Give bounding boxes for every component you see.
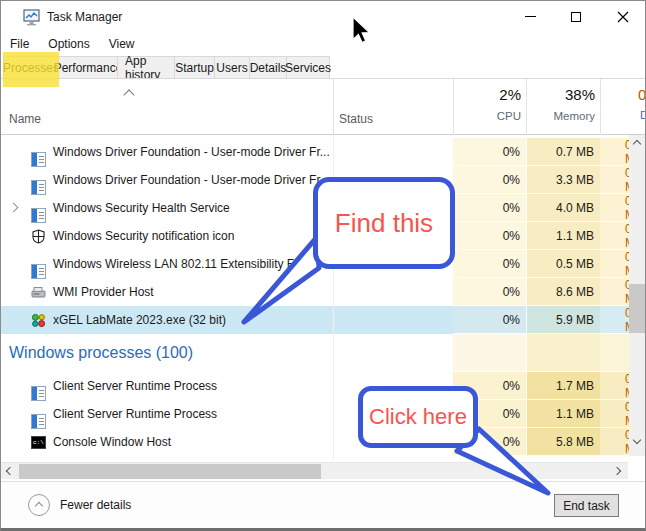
- console-icon: c:\: [31, 435, 46, 450]
- disk-total-pct-partial: 0: [638, 86, 646, 103]
- process-name: Windows Security notification icon: [53, 229, 234, 243]
- process-row[interactable]: Windows Security Health Service0%4.0 MB0…: [1, 194, 646, 222]
- minimize-icon: [525, 16, 536, 17]
- vertical-scrollbar[interactable]: [629, 135, 646, 456]
- yellow-highlight-marker: [3, 52, 59, 87]
- process-row[interactable]: Client Server Runtime Process0%1.7 MB0 M: [1, 372, 646, 400]
- tab-strip: ProcessesPerformanceApp historyStartupUs…: [1, 55, 645, 79]
- task-manager-window: Task Manager FileOptionsView ProcessesPe…: [0, 0, 646, 531]
- memory-value: 0.5 MB: [526, 250, 600, 278]
- horizontal-scrollbar-thumb[interactable]: [19, 464, 321, 479]
- cpu-value: 0%: [453, 166, 526, 194]
- process-row[interactable]: c:\Console Window Host0%5.8 MB0 M: [1, 428, 646, 456]
- memory-value: 1.1 MB: [526, 400, 600, 428]
- document-icon: [31, 152, 46, 167]
- document-icon: [31, 264, 46, 279]
- maximize-button[interactable]: [553, 1, 599, 32]
- tab-performance[interactable]: Performance: [58, 56, 118, 79]
- process-name: xGEL LabMate 2023.exe (32 bit): [53, 313, 226, 327]
- cpu-value: 0%: [453, 194, 526, 222]
- process-name: Windows Driver Foundation - User-mode Dr…: [53, 173, 330, 187]
- cpu-value: 0%: [453, 306, 526, 334]
- cpu-value: 0%: [453, 400, 526, 428]
- menu-bar: FileOptionsView: [1, 33, 645, 55]
- cpu-value: 0%: [453, 428, 526, 456]
- scroll-left-icon[interactable]: [6, 467, 14, 475]
- close-button[interactable]: [600, 1, 646, 32]
- scroll-up-icon[interactable]: [633, 140, 641, 148]
- cpu-value: 0%: [453, 372, 526, 400]
- window-title: Task Manager: [47, 10, 122, 24]
- cpu-value: 0%: [453, 250, 526, 278]
- column-header-disk-partial: D: [640, 109, 646, 121]
- fewer-details-label[interactable]: Fewer details: [60, 498, 131, 512]
- name-status-divider: [333, 135, 334, 459]
- group-header-windows-processes[interactable]: Windows processes (100): [1, 334, 646, 372]
- printer-icon: [31, 285, 46, 300]
- chevron-up-icon: [34, 502, 42, 510]
- memory-value: 5.8 MB: [526, 428, 600, 456]
- process-name: Client Server Runtime Process: [53, 407, 217, 421]
- memory-value: 0.7 MB: [526, 138, 600, 166]
- menu-item-view[interactable]: View: [109, 37, 135, 51]
- tab-users[interactable]: Users: [214, 56, 250, 79]
- memory-value: 3.3 MB: [526, 166, 600, 194]
- process-row[interactable]: WMI Provider Host0%8.6 MB0 M: [1, 278, 646, 306]
- column-header-row: Name Status 2% CPU 38% Memory: [1, 79, 645, 135]
- vertical-scrollbar-thumb[interactable]: [629, 284, 646, 333]
- tab-details[interactable]: Details: [249, 56, 287, 79]
- horizontal-scrollbar[interactable]: [1, 462, 628, 479]
- end-task-button[interactable]: End task: [554, 494, 619, 517]
- close-icon: [617, 11, 629, 23]
- document-icon: [31, 386, 46, 401]
- sort-ascending-icon: [123, 89, 134, 100]
- tab-app-history[interactable]: App history: [117, 56, 175, 79]
- document-icon: [31, 208, 46, 223]
- process-row[interactable]: Client Server Runtime Process0%1.1 MB0 M: [1, 400, 646, 428]
- menu-item-file[interactable]: File: [10, 37, 29, 51]
- memory-value: 1.1 MB: [526, 222, 600, 250]
- process-name: WMI Provider Host: [53, 285, 154, 299]
- document-icon: [31, 180, 46, 195]
- title-bar: Task Manager: [1, 1, 645, 33]
- process-row-selected[interactable]: xGEL LabMate 2023.exe (32 bit)0%5.9 MB0 …: [1, 306, 646, 334]
- scroll-right-icon[interactable]: [613, 467, 621, 475]
- process-row[interactable]: Windows Driver Foundation - User-mode Dr…: [1, 166, 646, 194]
- column-header-status[interactable]: Status: [339, 112, 373, 126]
- cpu-value: 0%: [453, 278, 526, 306]
- process-row[interactable]: Windows Wireless LAN 802.11 Extensibilit…: [1, 250, 646, 278]
- memory-value: 8.6 MB: [526, 278, 600, 306]
- cpu-total-pct[interactable]: 2%: [453, 86, 521, 103]
- column-header-memory[interactable]: Memory: [526, 110, 595, 122]
- footer-bar: Fewer details End task: [1, 481, 645, 529]
- memory-value: 1.7 MB: [526, 372, 600, 400]
- column-header-cpu[interactable]: CPU: [453, 110, 521, 122]
- process-row[interactable]: Windows Driver Foundation - User-mode Dr…: [1, 138, 646, 166]
- document-icon: [31, 414, 46, 429]
- cpu-value: 0%: [453, 222, 526, 250]
- maximize-icon: [571, 12, 581, 22]
- minimize-button[interactable]: [507, 1, 553, 32]
- menu-item-options[interactable]: Options: [48, 37, 89, 51]
- shield-icon: [31, 229, 46, 244]
- scroll-down-icon[interactable]: [633, 436, 641, 444]
- svg-text:c:\: c:\: [33, 439, 44, 446]
- process-name: Client Server Runtime Process: [53, 379, 217, 393]
- expand-chevron-icon[interactable]: [9, 203, 19, 213]
- column-header-name[interactable]: Name: [9, 112, 41, 126]
- task-manager-app-icon: [23, 9, 40, 26]
- process-name: Console Window Host: [53, 435, 171, 449]
- group-header-label: Windows processes (100): [9, 344, 193, 362]
- memory-value: 4.0 MB: [526, 194, 600, 222]
- tab-startup[interactable]: Startup: [174, 56, 215, 79]
- gears-icon: [31, 313, 46, 328]
- fewer-details-toggle[interactable]: [28, 494, 50, 516]
- process-name: Windows Wireless LAN 802.11 Extensibilit…: [53, 257, 308, 271]
- process-name: Windows Driver Foundation - User-mode Dr…: [53, 145, 330, 159]
- cpu-value: 0%: [453, 138, 526, 166]
- memory-total-pct[interactable]: 38%: [526, 86, 595, 103]
- tab-services[interactable]: Services: [286, 56, 330, 79]
- process-row[interactable]: Windows Security notification icon0%1.1 …: [1, 222, 646, 250]
- process-name: Windows Security Health Service: [53, 201, 230, 215]
- memory-value: 5.9 MB: [526, 306, 600, 334]
